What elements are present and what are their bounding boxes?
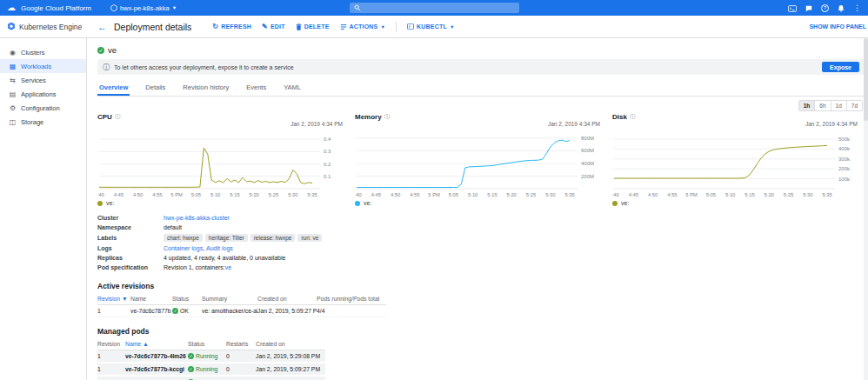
brand-title: Google Cloud Platform: [21, 4, 91, 12]
managed-pods-heading: Managed pods: [97, 327, 868, 336]
svg-text:500k: 500k: [838, 137, 851, 142]
svg-text:0.3: 0.3: [324, 149, 331, 154]
cell-status: ✓OK: [172, 305, 202, 317]
svg-text:4:50: 4:50: [648, 192, 658, 197]
refresh-button[interactable]: ↻ REFRESH: [212, 23, 251, 30]
cell-name: ve-7dc6c7877b-4lm26: [125, 350, 188, 363]
project-hexagon-icon: [110, 4, 117, 12]
col-header-created-on[interactable]: Created on: [257, 293, 317, 305]
project-selector[interactable]: hwx-pe-k8s-akka ▼: [110, 4, 177, 12]
more-vert-icon[interactable]: ⋮: [853, 4, 861, 12]
chevron-down-icon: ▼: [172, 5, 177, 10]
svg-text:5:05: 5:05: [449, 192, 458, 197]
chart-plot: 0.10.20.30.44:404:454:504:555 PM5:055:10…: [97, 128, 346, 199]
edit-button[interactable]: ✎ EDIT: [262, 23, 285, 30]
svg-text:5:15: 5:15: [744, 192, 754, 197]
chart-legend: ve:: [97, 200, 346, 206]
tab-yaml[interactable]: YAML: [282, 80, 303, 96]
svg-text:4:45: 4:45: [629, 192, 638, 197]
charts-row: CPUⓘJan 2, 2019 4:34 PM0.10.20.30.44:404…: [97, 113, 868, 206]
chart-legend: ve:: [355, 200, 604, 206]
col-header-status[interactable]: Status: [172, 293, 202, 305]
sidebar-item-clusters[interactable]: ◉Clusters: [0, 45, 86, 59]
search-input[interactable]: [350, 3, 519, 13]
cell-revision: 1: [97, 350, 125, 363]
detail-row-labels: Labelschart: hwxpeheritage: Tillerreleas…: [97, 232, 868, 243]
log-link[interactable]: Audit logs: [206, 245, 233, 251]
chart-disk: DiskⓘJan 2, 2019 4:34 PM100k200k300k400k…: [612, 113, 861, 206]
expose-button[interactable]: Expose: [822, 62, 859, 72]
edit-icon: ✎: [262, 23, 268, 30]
sidebar-item-applications[interactable]: ▤Applications: [0, 87, 86, 101]
col-header-name[interactable]: Name: [130, 293, 172, 305]
notifications-icon[interactable]: [838, 0, 845, 16]
col-header-name[interactable]: Name ▲: [125, 338, 188, 350]
tab-revision-history[interactable]: Revision history: [181, 80, 230, 96]
svg-text:5 PM: 5 PM: [685, 192, 698, 197]
col-header-restarts[interactable]: Restarts: [226, 338, 256, 350]
col-header-status[interactable]: Status: [188, 338, 226, 350]
delete-button[interactable]: DELETE: [296, 23, 330, 30]
pod-name[interactable]: ve-7dc6c7877b-4lm26: [125, 353, 186, 359]
svg-text:5:25: 5:25: [269, 192, 278, 197]
time-range-1d[interactable]: 1d: [831, 101, 846, 110]
detail-row-replicas: Replicas4 updated, 4 ready, 4 available,…: [97, 253, 868, 263]
help-icon[interactable]: ?: [821, 4, 829, 12]
time-range-row: 1h6h1d7d: [97, 100, 863, 111]
col-header-pods-running-pods-total[interactable]: Pods running/Pods total: [317, 293, 386, 305]
workloads-icon: ▦: [9, 63, 17, 70]
chart-timestamp: Jan 2, 2019 4:34 PM: [355, 121, 600, 127]
sidebar-item-configuration[interactable]: ⚙Configuration: [0, 101, 86, 115]
scrollbar-thumb[interactable]: [864, 38, 868, 121]
label-chip: chart: hwxpe: [164, 234, 203, 242]
pod-name[interactable]: ve-7dc6c7877b-kccgi: [125, 366, 184, 372]
svg-text:4:45: 4:45: [371, 192, 381, 197]
svg-text:400M: 400M: [581, 161, 594, 166]
label-chip: heritage: Tiller: [205, 234, 248, 242]
col-header-created-on[interactable]: Created on: [256, 338, 325, 350]
cell-restarts: 0: [226, 350, 256, 363]
time-range-selector: 1h6h1d7d: [798, 100, 863, 111]
vertical-scrollbar[interactable]: [864, 38, 868, 380]
col-header-summary[interactable]: Summary: [202, 293, 257, 305]
col-header-revision[interactable]: Revision: [97, 338, 125, 350]
divider: [396, 22, 397, 32]
legend-dot: [355, 201, 360, 206]
sidebar-item-workloads[interactable]: ▦Workloads: [0, 59, 86, 73]
sidebar-item-services[interactable]: ⇆Services: [0, 73, 86, 87]
managed-pods-table: RevisionName ▲StatusRestartsCreated on1v…: [97, 338, 325, 380]
sidebar-item-storage[interactable]: ◫Storage: [0, 115, 86, 129]
cluster-link[interactable]: hwx-pe-k8s-akka-cluster: [164, 215, 230, 221]
container-link[interactable]: ve: [225, 264, 231, 270]
col-header-revision[interactable]: Revision ▼: [97, 293, 130, 305]
svg-text:4:55: 4:55: [152, 192, 162, 197]
detail-row-pod-specification: Pod specificationRevision 1, containers:…: [97, 263, 868, 272]
actions-button[interactable]: ACTIONS ▼: [340, 23, 386, 30]
detail-row-cluster: Clusterhwx-pe-k8s-akka-cluster: [97, 213, 868, 223]
legend-dot: [612, 201, 618, 206]
svg-text:5:30: 5:30: [803, 192, 812, 197]
tab-events[interactable]: Events: [244, 80, 268, 96]
chart-timestamp: Jan 2, 2019 4:34 PM: [612, 121, 858, 127]
detail-label: Cluster: [97, 215, 164, 221]
chart-title: CPU: [97, 113, 112, 121]
tab-overview[interactable]: Overview: [97, 80, 130, 96]
tab-details[interactable]: Details: [144, 80, 167, 96]
cloud-shell-icon[interactable]: [788, 0, 797, 16]
feedback-icon[interactable]: [805, 0, 812, 16]
time-range-6h[interactable]: 6h: [814, 101, 830, 110]
time-range-7d[interactable]: 7d: [846, 101, 862, 110]
time-range-1h[interactable]: 1h: [799, 101, 815, 110]
product-home[interactable]: Kubernetes Engine: [7, 22, 90, 31]
log-link[interactable]: Container logs: [164, 245, 203, 251]
chevron-down-icon: ▼: [450, 24, 455, 30]
back-arrow-icon[interactable]: ←: [97, 22, 107, 32]
cell-status: ✓Running: [188, 363, 226, 377]
show-info-panel-button[interactable]: SHOW INFO PANEL: [809, 23, 868, 30]
svg-text:4:55: 4:55: [410, 192, 419, 197]
info-icon: ⓘ: [103, 63, 110, 72]
kubectl-button[interactable]: KUBECTL ▼: [407, 23, 455, 30]
svg-text:0.2: 0.2: [324, 162, 331, 167]
svg-text:5:20: 5:20: [765, 192, 774, 197]
cell-created-on: Jan 2, 2019, 5:09:27 PM: [256, 363, 325, 377]
